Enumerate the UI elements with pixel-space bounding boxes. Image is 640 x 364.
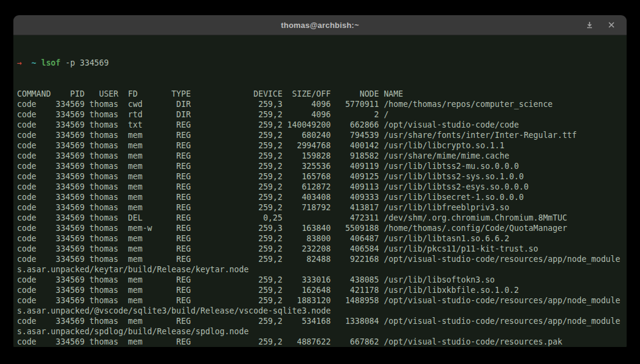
terminal-line: code 334569 thomas mem REG 259,2 82488 9… xyxy=(17,254,627,264)
terminal-line: code 334569 thomas rtd DIR 259,2 4096 2 … xyxy=(17,109,627,120)
terminal-line: code 334569 thomas mem REG 259,2 718792 … xyxy=(17,202,627,213)
terminal-line: code 334569 thomas cwd DIR 259,3 4096 57… xyxy=(17,99,627,109)
terminal-output: COMMAND PID USER FD TYPE DEVICE SIZE/OFF… xyxy=(17,89,627,347)
close-icon[interactable] xyxy=(605,18,618,32)
terminal-line: s.asar.unpacked/keytar/build/Release/key… xyxy=(17,264,627,275)
terminal-line: code 334569 thomas mem REG 259,2 162648 … xyxy=(17,285,627,295)
prompt-args: -p 334569 xyxy=(61,58,109,67)
terminal-line: code 334569 thomas mem REG 259,2 534168 … xyxy=(17,316,627,326)
terminal-line: s.asar.unpacked/@vscode/sqlite3/build/Re… xyxy=(17,306,627,316)
terminal-line: code 334569 thomas mem-w REG 259,3 16384… xyxy=(17,223,627,233)
terminal[interactable]: → ~ lsof -p 334569 COMMAND PID USER FD T… xyxy=(13,35,627,347)
terminal-line: code 334569 thomas mem REG 259,2 83800 4… xyxy=(17,233,627,244)
download-icon[interactable] xyxy=(583,18,596,32)
prompt-line: → ~ lsof -p 334569 xyxy=(17,58,627,68)
terminal-line: code 334569 thomas mem REG 259,2 159828 … xyxy=(17,151,627,161)
titlebar[interactable]: thomas@archbish:~ xyxy=(13,15,627,35)
terminal-line: code 334569 thomas mem REG 259,2 4887622… xyxy=(17,337,627,347)
terminal-line: code 334569 thomas mem REG 259,2 680240 … xyxy=(17,130,627,140)
terminal-line: code 334569 thomas mem REG 259,2 1883120… xyxy=(17,295,627,306)
terminal-line: code 334569 thomas mem REG 259,2 2994768… xyxy=(17,140,627,151)
titlebar-buttons xyxy=(583,15,618,35)
prompt-cwd: ~ xyxy=(32,58,36,67)
prompt-space xyxy=(22,58,32,67)
terminal-line: s.asar.unpacked/spdlog/build/Release/spd… xyxy=(17,326,627,337)
terminal-line: code 334569 thomas txt REG 259,2 1400492… xyxy=(17,120,627,130)
terminal-line: COMMAND PID USER FD TYPE DEVICE SIZE/OFF… xyxy=(17,89,627,99)
terminal-line: code 334569 thomas mem REG 259,2 325536 … xyxy=(17,161,627,171)
prompt-arrow: → xyxy=(17,58,22,67)
terminal-line: code 334569 thomas DEL REG 0,25 472311 /… xyxy=(17,213,627,223)
prompt-command: lsof xyxy=(36,58,61,67)
terminal-line: code 334569 thomas mem REG 259,2 165768 … xyxy=(17,171,627,182)
terminal-line: code 334569 thomas mem REG 259,2 333016 … xyxy=(17,275,627,285)
terminal-line: code 334569 thomas mem REG 259,2 403408 … xyxy=(17,192,627,202)
terminal-line: code 334569 thomas mem REG 259,2 232208 … xyxy=(17,244,627,254)
terminal-line: code 334569 thomas mem REG 259,2 612872 … xyxy=(17,182,627,192)
terminal-window: thomas@archbish:~ → ~ lsof -p 334569 COM… xyxy=(13,15,627,348)
window-title: thomas@archbish:~ xyxy=(281,21,359,30)
